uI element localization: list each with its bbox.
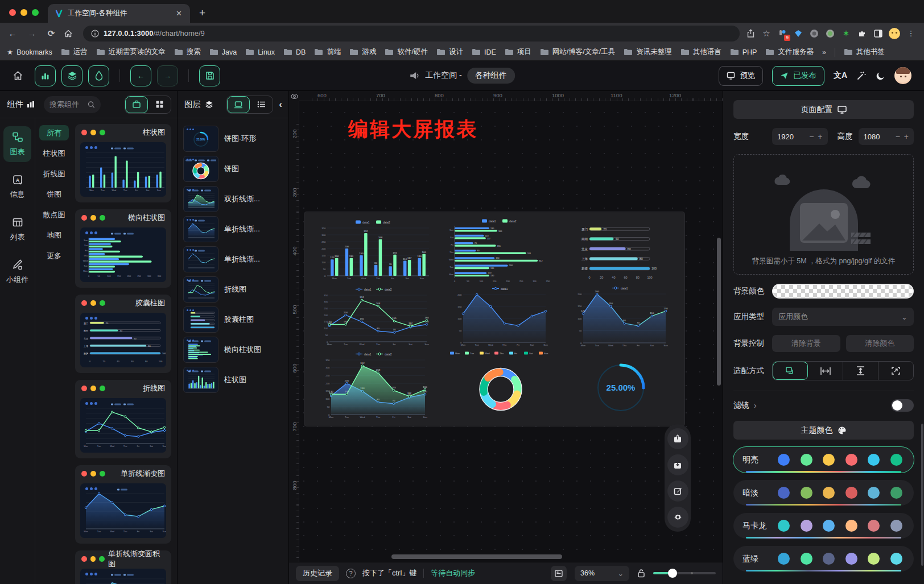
layer-item[interactable]: 双折线渐...	[183, 186, 283, 212]
width-plus-icon[interactable]: +	[818, 132, 822, 141]
bookmarks-overflow[interactable]: »	[822, 48, 826, 56]
ruler-eye-icon[interactable]	[289, 91, 299, 101]
search-input[interactable]	[50, 100, 85, 109]
sidebar-toggle-icon[interactable]	[873, 28, 883, 39]
extension-circle2-icon[interactable]	[825, 28, 835, 39]
site-info-icon[interactable]	[91, 30, 99, 38]
background-color-swatch[interactable]	[772, 284, 914, 299]
component-card[interactable]: 胶囊柱图厦门20南阳40北京60上海80新疆100020406080100	[75, 295, 171, 373]
export-icon[interactable]	[667, 428, 688, 449]
extension-pin-icon[interactable]: 9	[777, 28, 787, 39]
line-chart[interactable]: data1data2050100150200250300350MonTueWed…	[318, 285, 431, 348]
sidebar-item-信息[interactable]: A信息	[3, 169, 31, 205]
bookmark-item[interactable]: 游戏	[349, 47, 376, 57]
category-散点图[interactable]: 散点图	[39, 207, 69, 222]
url-bar[interactable]: 127.0.0.1:3000/#/chart/home/9	[83, 26, 740, 42]
chevron-right-icon[interactable]: ›	[754, 401, 757, 410]
undo-button[interactable]: ←	[130, 65, 151, 86]
app-type-select[interactable]: 应用颜色⌄	[772, 308, 914, 326]
canvas-text-element[interactable]: 编辑大屏报表	[348, 116, 478, 143]
fit-mode-option-1[interactable]	[808, 362, 843, 380]
horizontal-bar-chart[interactable]: data1data2120130Mon200130Tue150312Wed802…	[444, 217, 557, 283]
edit-icon[interactable]	[667, 481, 688, 502]
note-panel-icon[interactable]	[551, 566, 567, 581]
capsule-chart[interactable]: 厦门20南阳40北京60上海80新疆100020406080100	[577, 221, 665, 280]
bookmark-item[interactable]: PHP	[730, 47, 757, 57]
filter-droplet-button[interactable]	[88, 65, 109, 86]
zoom-slider[interactable]	[653, 572, 716, 574]
layer-item[interactable]: 胶囊柱图	[183, 307, 283, 333]
layer-item[interactable]: 单折线渐...	[183, 216, 283, 242]
progress-ring-chart[interactable]: 25.00%	[584, 352, 658, 419]
bookmark-item[interactable]: Java	[209, 47, 237, 57]
layer-item[interactable]: 折线图	[183, 276, 283, 303]
fit-mode-option-0[interactable]	[773, 362, 808, 380]
zoom-select[interactable]: 36%⌄	[575, 566, 629, 581]
component-card[interactable]: 柱状图MonTueWedThuFriSatSun	[75, 124, 171, 202]
project-name[interactable]: 各种组件	[467, 68, 515, 84]
browser-home-icon[interactable]	[64, 29, 77, 38]
component-card[interactable]: 单折线渐变图MonTueWedThuFriSatSun	[75, 465, 171, 544]
tab-close-icon[interactable]: ✕	[175, 9, 183, 18]
canvas-vertical-scrollbar[interactable]	[717, 238, 721, 386]
bookmark-item[interactable]: 搜索	[174, 47, 201, 57]
bookmarks-root[interactable]: ★Bookmarks	[7, 48, 52, 56]
category-饼图[interactable]: 饼图	[39, 187, 69, 202]
width-minus-icon[interactable]: −	[809, 132, 814, 141]
app-home-icon[interactable]	[13, 71, 23, 81]
height-stepper[interactable]: 1080−+	[859, 128, 914, 145]
area-line-chart[interactable]: data1data2050100150200250300350MonTueWed…	[320, 350, 429, 421]
project-view-toggle[interactable]	[125, 96, 148, 113]
height-plus-icon[interactable]: +	[904, 132, 909, 141]
bookmark-item[interactable]: 项目	[505, 47, 531, 57]
window-controls[interactable]	[0, 9, 48, 23]
browser-menu-icon[interactable]: ⋮	[906, 28, 916, 39]
category-折线图[interactable]: 折线图	[39, 166, 69, 181]
extension-diamond-icon[interactable]	[793, 28, 803, 39]
layer-item[interactable]: 单折线渐...	[183, 246, 283, 272]
bookmark-star-icon[interactable]: ☆	[761, 28, 772, 39]
zoom-slider-knob[interactable]	[668, 569, 677, 578]
user-avatar[interactable]	[894, 67, 911, 84]
clear-background-button[interactable]: 清除背景	[772, 335, 840, 352]
extension-circle-icon[interactable]	[809, 28, 819, 39]
help-icon[interactable]: ?	[346, 569, 356, 578]
theme-option-蓝绿[interactable]: 蓝绿	[733, 546, 914, 571]
bookmark-item[interactable]: DB	[283, 47, 306, 57]
component-card[interactable]: 折线图MonTueWedThuFriSatSun	[75, 380, 171, 458]
fit-mode-option-3[interactable]	[878, 362, 913, 380]
component-search[interactable]	[44, 96, 101, 113]
editor-canvas[interactable]: 6007008009001000110012001300 20030040050…	[289, 91, 723, 562]
chart-mode-button[interactable]	[35, 65, 56, 86]
category-地图[interactable]: 地图	[39, 227, 69, 243]
layers-mode-button[interactable]	[61, 65, 82, 86]
bookmark-item[interactable]: 文件服务器	[765, 47, 814, 57]
magic-wand-icon[interactable]	[856, 71, 867, 81]
new-tab-button[interactable]: +	[190, 7, 213, 23]
extension-star-icon[interactable]: ✶	[841, 28, 851, 39]
bookmark-item[interactable]: Linux	[245, 47, 275, 57]
bookmark-item[interactable]: 运营	[61, 47, 88, 57]
gradient-line-chart[interactable]: data1050100150200MonTueWedThuFriSatSun12…	[572, 284, 670, 349]
sidebar-item-图表[interactable]: 图表	[3, 126, 31, 162]
language-toggle-icon[interactable]: 文A	[834, 71, 847, 81]
single-line-chart[interactable]: data1050100150200MonTueWedThuFriSatSun	[452, 285, 550, 349]
bookmark-item[interactable]: 资讯未整理	[624, 47, 672, 57]
redo-button[interactable]: →	[157, 65, 178, 86]
category-所有[interactable]: 所有	[39, 125, 69, 140]
back-icon[interactable]: ←	[6, 28, 19, 38]
layer-item[interactable]: 柱状图	[183, 367, 283, 393]
extensions-puzzle-icon[interactable]	[857, 28, 867, 39]
import-icon[interactable]	[667, 454, 688, 475]
theme-option-暗淡[interactable]: 暗淡	[733, 480, 914, 506]
browser-tab[interactable]: 工作空间-各种组件 ✕	[48, 4, 190, 23]
close-window-button[interactable]	[9, 9, 16, 16]
history-button[interactable]: 历史记录	[296, 566, 339, 581]
width-stepper[interactable]: 1920−+	[772, 128, 828, 145]
dashboard-preview[interactable]: data1data2050100150200250300350MonTueWed…	[304, 212, 684, 426]
canvas-horizontal-scrollbar[interactable]	[391, 554, 562, 559]
component-card[interactable]: 横向柱状图MonTueWedThuFriSatSun05010015020025…	[75, 209, 171, 288]
collapse-panel-icon[interactable]: ‹	[277, 99, 284, 110]
lock-icon[interactable]	[637, 569, 645, 578]
background-upload-dropzone[interactable]: 背景图需小于 5M ，格式为 png/jpg/gif 的文件	[733, 154, 914, 275]
